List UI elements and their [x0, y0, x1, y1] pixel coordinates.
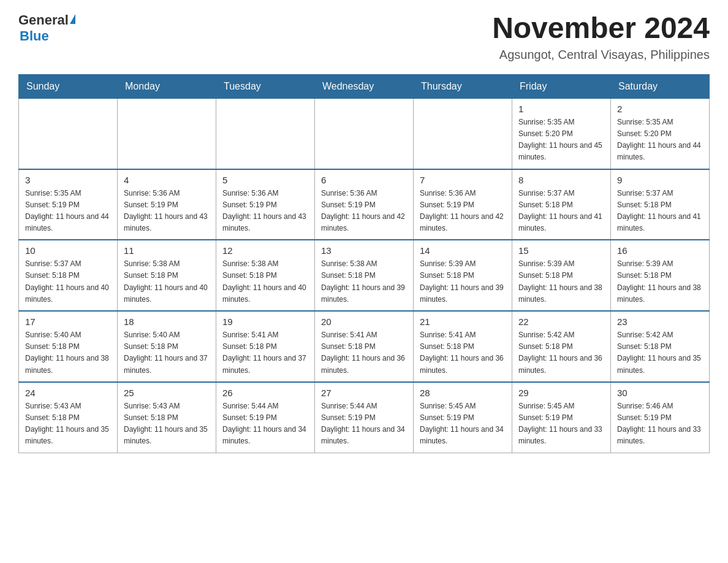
day-info: Sunrise: 5:43 AM Sunset: 5:18 PM Dayligh… — [25, 400, 111, 448]
day-number: 5 — [222, 175, 308, 185]
day-info: Sunrise: 5:41 AM Sunset: 5:18 PM Dayligh… — [321, 329, 407, 377]
day-number: 11 — [124, 245, 210, 256]
calendar-day-cell: 6Sunrise: 5:36 AM Sunset: 5:19 PM Daylig… — [315, 169, 414, 240]
calendar-day-cell — [414, 98, 512, 169]
calendar-week-row: 3Sunrise: 5:35 AM Sunset: 5:19 PM Daylig… — [19, 169, 710, 240]
calendar-day-cell: 17Sunrise: 5:40 AM Sunset: 5:18 PM Dayli… — [19, 311, 118, 382]
day-info: Sunrise: 5:42 AM Sunset: 5:18 PM Dayligh… — [617, 329, 703, 377]
day-number: 30 — [617, 388, 703, 398]
calendar-day-cell: 13Sunrise: 5:38 AM Sunset: 5:18 PM Dayli… — [315, 240, 414, 311]
calendar-day-cell: 2Sunrise: 5:35 AM Sunset: 5:20 PM Daylig… — [611, 98, 710, 169]
day-number: 18 — [124, 316, 210, 327]
day-info: Sunrise: 5:42 AM Sunset: 5:18 PM Dayligh… — [518, 329, 604, 377]
day-info: Sunrise: 5:44 AM Sunset: 5:19 PM Dayligh… — [222, 400, 308, 448]
day-number: 17 — [25, 316, 111, 327]
calendar-week-row: 24Sunrise: 5:43 AM Sunset: 5:18 PM Dayli… — [19, 382, 710, 453]
calendar-day-cell: 29Sunrise: 5:45 AM Sunset: 5:19 PM Dayli… — [512, 382, 611, 453]
day-info: Sunrise: 5:36 AM Sunset: 5:19 PM Dayligh… — [420, 188, 506, 235]
day-number: 14 — [420, 245, 506, 256]
day-number: 27 — [321, 388, 407, 398]
day-number: 8 — [518, 175, 604, 185]
day-of-week-header: Friday — [512, 74, 611, 98]
calendar-week-row: 10Sunrise: 5:37 AM Sunset: 5:18 PM Dayli… — [19, 240, 710, 311]
day-info: Sunrise: 5:45 AM Sunset: 5:19 PM Dayligh… — [518, 400, 604, 448]
day-info: Sunrise: 5:44 AM Sunset: 5:19 PM Dayligh… — [321, 400, 407, 448]
day-info: Sunrise: 5:41 AM Sunset: 5:18 PM Dayligh… — [420, 329, 506, 377]
calendar-day-cell: 14Sunrise: 5:39 AM Sunset: 5:18 PM Dayli… — [414, 240, 512, 311]
day-of-week-header: Monday — [118, 74, 216, 98]
day-info: Sunrise: 5:38 AM Sunset: 5:18 PM Dayligh… — [124, 258, 210, 305]
logo-triangle-icon — [70, 14, 75, 24]
day-number: 7 — [420, 175, 506, 185]
logo: General Blue — [18, 12, 75, 44]
calendar-day-cell: 15Sunrise: 5:39 AM Sunset: 5:18 PM Dayli… — [512, 240, 611, 311]
day-number: 24 — [25, 388, 111, 398]
day-of-week-header: Tuesday — [216, 74, 315, 98]
calendar-day-cell — [315, 98, 414, 169]
day-number: 6 — [321, 175, 407, 185]
calendar-day-cell: 18Sunrise: 5:40 AM Sunset: 5:18 PM Dayli… — [118, 311, 216, 382]
day-number: 4 — [124, 175, 210, 185]
day-number: 19 — [222, 316, 308, 327]
calendar-table: SundayMondayTuesdayWednesdayThursdayFrid… — [18, 74, 710, 453]
calendar-day-cell: 1Sunrise: 5:35 AM Sunset: 5:20 PM Daylig… — [512, 98, 611, 169]
day-info: Sunrise: 5:39 AM Sunset: 5:18 PM Dayligh… — [420, 258, 506, 305]
day-number: 10 — [25, 245, 111, 256]
day-of-week-header: Sunday — [19, 74, 118, 98]
day-info: Sunrise: 5:40 AM Sunset: 5:18 PM Dayligh… — [124, 329, 210, 377]
calendar-day-cell: 25Sunrise: 5:43 AM Sunset: 5:18 PM Dayli… — [118, 382, 216, 453]
title-section: November 2024 Agsungot, Central Visayas,… — [492, 12, 710, 62]
calendar-week-row: 1Sunrise: 5:35 AM Sunset: 5:20 PM Daylig… — [19, 98, 710, 169]
calendar-day-cell: 3Sunrise: 5:35 AM Sunset: 5:19 PM Daylig… — [19, 169, 118, 240]
day-number: 16 — [617, 245, 703, 256]
day-info: Sunrise: 5:37 AM Sunset: 5:18 PM Dayligh… — [25, 258, 111, 305]
calendar-day-cell: 4Sunrise: 5:36 AM Sunset: 5:19 PM Daylig… — [118, 169, 216, 240]
day-number: 20 — [321, 316, 407, 327]
calendar-day-cell: 8Sunrise: 5:37 AM Sunset: 5:18 PM Daylig… — [512, 169, 611, 240]
logo-line1: General — [18, 12, 75, 28]
calendar-day-cell: 22Sunrise: 5:42 AM Sunset: 5:18 PM Dayli… — [512, 311, 611, 382]
day-info: Sunrise: 5:37 AM Sunset: 5:18 PM Dayligh… — [518, 188, 604, 235]
day-number: 29 — [518, 388, 604, 398]
calendar-day-cell: 11Sunrise: 5:38 AM Sunset: 5:18 PM Dayli… — [118, 240, 216, 311]
day-number: 12 — [222, 245, 308, 256]
calendar-week-row: 17Sunrise: 5:40 AM Sunset: 5:18 PM Dayli… — [19, 311, 710, 382]
day-number: 1 — [518, 104, 604, 114]
day-info: Sunrise: 5:35 AM Sunset: 5:20 PM Dayligh… — [617, 117, 703, 164]
day-info: Sunrise: 5:39 AM Sunset: 5:18 PM Dayligh… — [518, 258, 604, 305]
calendar-day-cell — [19, 98, 118, 169]
month-title: November 2024 — [492, 12, 710, 45]
calendar-day-cell: 30Sunrise: 5:46 AM Sunset: 5:19 PM Dayli… — [611, 382, 710, 453]
day-info: Sunrise: 5:35 AM Sunset: 5:19 PM Dayligh… — [25, 188, 111, 235]
day-number: 21 — [420, 316, 506, 327]
calendar-day-cell — [216, 98, 315, 169]
day-info: Sunrise: 5:37 AM Sunset: 5:18 PM Dayligh… — [617, 188, 703, 235]
day-info: Sunrise: 5:38 AM Sunset: 5:18 PM Dayligh… — [222, 258, 308, 305]
day-number: 22 — [518, 316, 604, 327]
day-number: 23 — [617, 316, 703, 327]
day-number: 9 — [617, 175, 703, 185]
page-header: General Blue November 2024 Agsungot, Cen… — [18, 12, 710, 62]
calendar-day-cell: 9Sunrise: 5:37 AM Sunset: 5:18 PM Daylig… — [611, 169, 710, 240]
calendar-day-cell: 28Sunrise: 5:45 AM Sunset: 5:19 PM Dayli… — [414, 382, 512, 453]
calendar-day-cell: 24Sunrise: 5:43 AM Sunset: 5:18 PM Dayli… — [19, 382, 118, 453]
calendar-day-cell: 23Sunrise: 5:42 AM Sunset: 5:18 PM Dayli… — [611, 311, 710, 382]
calendar-day-cell: 19Sunrise: 5:41 AM Sunset: 5:18 PM Dayli… — [216, 311, 315, 382]
day-number: 25 — [124, 388, 210, 398]
day-info: Sunrise: 5:40 AM Sunset: 5:18 PM Dayligh… — [25, 329, 111, 377]
calendar-day-cell: 7Sunrise: 5:36 AM Sunset: 5:19 PM Daylig… — [414, 169, 512, 240]
day-info: Sunrise: 5:39 AM Sunset: 5:18 PM Dayligh… — [617, 258, 703, 305]
day-info: Sunrise: 5:35 AM Sunset: 5:20 PM Dayligh… — [518, 117, 604, 164]
calendar-day-cell: 26Sunrise: 5:44 AM Sunset: 5:19 PM Dayli… — [216, 382, 315, 453]
day-info: Sunrise: 5:36 AM Sunset: 5:19 PM Dayligh… — [222, 188, 308, 235]
calendar-day-cell: 20Sunrise: 5:41 AM Sunset: 5:18 PM Dayli… — [315, 311, 414, 382]
calendar-day-cell: 21Sunrise: 5:41 AM Sunset: 5:18 PM Dayli… — [414, 311, 512, 382]
calendar-header-row: SundayMondayTuesdayWednesdayThursdayFrid… — [19, 74, 710, 98]
day-number: 2 — [617, 104, 703, 114]
day-of-week-header: Wednesday — [315, 74, 414, 98]
day-of-week-header: Saturday — [611, 74, 710, 98]
day-info: Sunrise: 5:46 AM Sunset: 5:19 PM Dayligh… — [617, 400, 703, 448]
day-info: Sunrise: 5:41 AM Sunset: 5:18 PM Dayligh… — [222, 329, 308, 377]
day-info: Sunrise: 5:43 AM Sunset: 5:18 PM Dayligh… — [124, 400, 210, 448]
logo-general: General — [18, 12, 69, 28]
